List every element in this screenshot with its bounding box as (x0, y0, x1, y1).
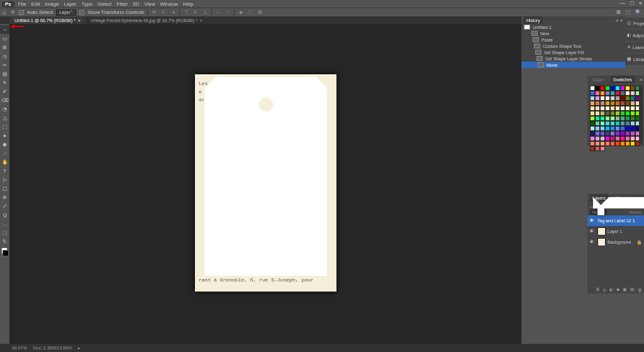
swatch[interactable] (635, 141, 640, 146)
swatch[interactable] (600, 141, 605, 146)
swatch[interactable] (620, 101, 625, 106)
swatch[interactable] (595, 131, 600, 136)
swatch[interactable] (595, 116, 600, 121)
tool-button[interactable]: ⊞ (0, 43, 9, 52)
document-tab[interactable]: Untitled-1 @ 66.7% (RGB/8#) *× (9, 16, 86, 24)
swatches-tab[interactable]: Swatches (611, 76, 635, 83)
swatch[interactable] (630, 136, 635, 141)
swatch[interactable] (635, 111, 640, 116)
tool-button[interactable]: Q (0, 210, 9, 219)
swatch[interactable] (620, 126, 625, 131)
tool-button[interactable]: ◔ (0, 105, 9, 113)
swatch[interactable] (595, 106, 600, 111)
menu-view[interactable]: View (142, 1, 157, 7)
align-bottom-icon[interactable]: ⊥ (202, 9, 208, 16)
tool-button[interactable]: ✐ (0, 87, 9, 96)
swatch[interactable] (610, 106, 615, 111)
swatch[interactable] (605, 91, 610, 96)
swatch[interactable] (590, 146, 595, 151)
align-right-icon[interactable]: ⫣ (170, 9, 176, 16)
swatch[interactable] (605, 141, 610, 146)
tool-button[interactable]: ↻ (0, 237, 9, 246)
menu-file[interactable]: File (16, 1, 29, 7)
swatch[interactable] (615, 136, 620, 141)
swatch[interactable] (625, 96, 630, 101)
mode-icon[interactable]: ⬚ (247, 9, 253, 16)
align-left-icon[interactable]: ⊫ (151, 9, 157, 16)
history-item[interactable]: New (521, 30, 625, 37)
tool-button[interactable]: ✋ (0, 157, 9, 166)
swatch[interactable] (620, 141, 625, 146)
swatch[interactable] (610, 116, 615, 121)
swatch[interactable] (595, 111, 600, 116)
swatch[interactable] (625, 111, 630, 116)
swatch[interactable] (620, 121, 625, 126)
swatch[interactable] (610, 96, 615, 101)
swatch[interactable] (610, 121, 615, 126)
swatch[interactable] (625, 101, 630, 106)
swatch[interactable] (615, 126, 620, 131)
tool-button[interactable]: ● (0, 131, 9, 140)
swatch[interactable] (600, 131, 605, 136)
swatch[interactable] (615, 86, 620, 91)
home-icon[interactable]: ⌂ (3, 9, 6, 16)
tool-button[interactable]: ⊕ (0, 193, 9, 202)
swatch[interactable] (600, 136, 605, 141)
swatch[interactable] (635, 86, 640, 91)
swatch[interactable] (630, 96, 635, 101)
titlebar-icon[interactable]: ⬚ (625, 9, 632, 15)
tool-button[interactable]: ⤢ (0, 202, 9, 210)
menu-select[interactable]: Select (95, 1, 114, 7)
tool-button[interactable]: ⬚ (0, 228, 9, 237)
swatch[interactable] (630, 126, 635, 131)
distribute-icon[interactable]: ⋮ (225, 9, 231, 16)
tool-button[interactable]: ✂ (0, 60, 9, 69)
swatch[interactable] (595, 91, 600, 96)
swatch[interactable] (590, 126, 595, 131)
menu-ps[interactable]: Ps (2, 1, 14, 7)
document-tab[interactable]: Vintage French Ephemera 40.jpg @ 16.7% (… (86, 16, 208, 24)
swatch[interactable] (635, 101, 640, 106)
swatch[interactable] (615, 106, 620, 111)
swatch[interactable] (615, 131, 620, 136)
align-center-icon[interactable]: ≡ (160, 9, 167, 16)
menu-layer[interactable]: Layer (62, 1, 79, 7)
layer-dropdown[interactable]: Layer ˅ (56, 9, 76, 16)
swatch[interactable] (635, 106, 640, 111)
swatch[interactable] (590, 86, 595, 91)
color-tab[interactable]: Color (590, 76, 606, 83)
swatch[interactable] (620, 111, 625, 116)
swatch[interactable] (635, 136, 640, 141)
swatch[interactable] (605, 111, 610, 116)
swatch[interactable] (605, 106, 610, 111)
panel-menu-icon[interactable]: ≡ (616, 18, 618, 23)
swatch[interactable] (625, 86, 630, 91)
swatch[interactable] (595, 101, 600, 106)
close-tab-icon[interactable]: × (200, 18, 203, 23)
swatch[interactable] (590, 121, 595, 126)
history-doc-row[interactable]: Untitled-1 (521, 24, 625, 30)
swatch[interactable] (630, 131, 635, 136)
swatch[interactable] (635, 116, 640, 121)
menu-image[interactable]: Image (42, 1, 61, 7)
swatch[interactable] (610, 111, 615, 116)
tool-button[interactable]: ◷ (0, 52, 9, 60)
swatch[interactable] (595, 96, 600, 101)
align-top-icon[interactable]: ⊤ (183, 9, 189, 16)
swatch[interactable] (630, 111, 635, 116)
swatch[interactable] (605, 101, 610, 106)
canvas-area[interactable]: Les trois d i ièmes indivis e parcell ré… (9, 24, 521, 344)
swatch[interactable] (600, 96, 605, 101)
tool-button[interactable]: … (0, 219, 9, 228)
swatch[interactable] (590, 141, 595, 146)
tool-button[interactable]: ▤ (0, 69, 9, 78)
swatch[interactable] (625, 106, 630, 111)
document[interactable]: Les trois d i ièmes indivis e parcell ré… (195, 74, 336, 292)
mode-3d-icon[interactable]: ◈ (238, 9, 244, 16)
status-arrow-icon[interactable]: ▸ (78, 346, 80, 351)
swatch[interactable] (605, 96, 610, 101)
panel-icon-learn[interactable]: ☀Learn (625, 42, 644, 53)
menu-help[interactable]: Help (180, 1, 196, 7)
swatch[interactable] (615, 121, 620, 126)
swatch[interactable] (630, 106, 635, 111)
